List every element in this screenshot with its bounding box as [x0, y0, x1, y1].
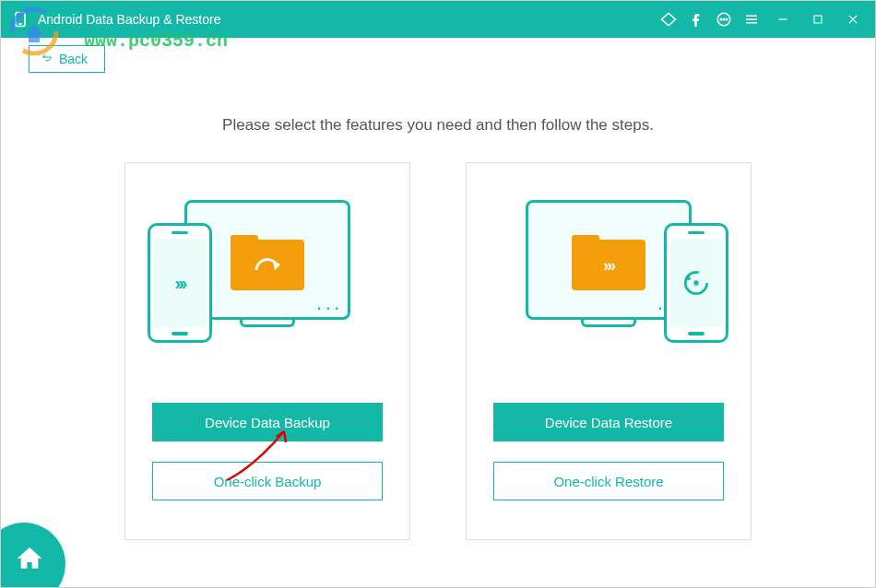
one-click-backup-button[interactable]: One-click Backup — [152, 462, 383, 500]
window-title: Android Data Backup & Restore — [38, 12, 659, 27]
phone-icon: ››› — [148, 223, 212, 343]
back-button-label: Back — [59, 52, 88, 66]
one-click-restore-button[interactable]: One-click Restore — [493, 462, 724, 500]
restore-illustration: ››› • • • — [489, 191, 728, 375]
back-button[interactable]: Back — [29, 45, 105, 73]
app-window: Android Data Backup & Restore — [0, 0, 876, 588]
facebook-icon[interactable] — [687, 10, 705, 29]
svg-point-4 — [723, 18, 725, 20]
restore-card: ››› • • • Device Data Restore One-click … — [466, 162, 752, 540]
restore-icon — [680, 266, 713, 300]
backup-illustration: • • • ››› — [148, 191, 387, 375]
home-icon — [15, 544, 44, 573]
back-arrow-icon — [41, 52, 53, 66]
titlebar: Android Data Backup & Restore — [1, 1, 875, 38]
phone-icon — [664, 223, 728, 343]
folder-icon: ››› — [572, 235, 645, 290]
svg-point-3 — [720, 18, 722, 20]
svg-rect-10 — [814, 16, 822, 23]
minimize-button[interactable] — [770, 6, 796, 32]
folder-icon — [231, 235, 304, 290]
cards-container: • • • ››› Device Data Backup One-click B… — [1, 162, 875, 540]
menu-icon[interactable] — [742, 10, 761, 29]
feedback-icon[interactable] — [715, 10, 733, 29]
wifi-icon[interactable] — [659, 10, 678, 29]
svg-point-5 — [726, 18, 728, 20]
chevron-right-icon: ››› — [175, 273, 185, 294]
close-button[interactable] — [840, 6, 866, 32]
chevron-right-icon: ››› — [603, 256, 614, 276]
svg-point-14 — [693, 280, 698, 285]
device-data-restore-button[interactable]: Device Data Restore — [493, 403, 724, 441]
titlebar-icons — [659, 6, 866, 32]
backup-card: • • • ››› Device Data Backup One-click B… — [124, 162, 410, 540]
instruction-text: Please select the features you need and … — [1, 116, 875, 135]
device-data-backup-button[interactable]: Device Data Backup — [152, 403, 383, 441]
maximize-button[interactable] — [805, 6, 831, 32]
app-logo-icon — [10, 9, 30, 29]
